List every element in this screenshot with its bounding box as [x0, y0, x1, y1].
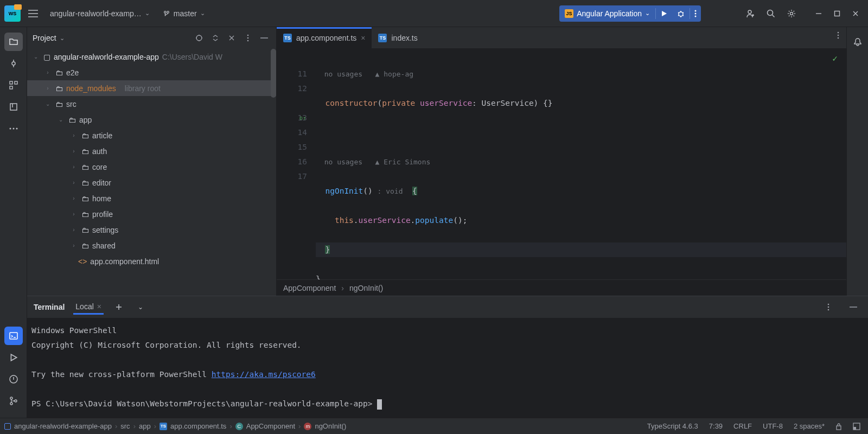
chevron-right-icon: › [69, 164, 78, 170]
tree-item-auth[interactable]: ›🗀auth [27, 143, 276, 159]
collab-button[interactable] [742, 5, 758, 22]
chevron-right-icon: › [69, 227, 78, 233]
tree-item-e2e[interactable]: ›🗀e2e [27, 65, 276, 80]
chevron-down-icon: ⌄ [31, 54, 40, 60]
code-editor[interactable]: ✓ 11 12 13o↑ 14 15 16 17 no usages ▲ hop… [277, 49, 846, 279]
tree-item-editor[interactable]: ›🗀editor [27, 175, 276, 190]
collapse-all-button[interactable] [225, 31, 238, 44]
svg-rect-10 [15, 81, 17, 84]
svg-point-15 [16, 128, 17, 130]
chevron-right-icon: › [69, 211, 78, 217]
problems-tool-button[interactable] [4, 370, 23, 388]
readonly-toggle[interactable] [832, 423, 845, 430]
folder-icon: 🗀 [55, 100, 63, 108]
terminal-panel: Terminal Local × ⌄ Windows PowerShell Co… [27, 296, 868, 418]
branch-selector[interactable]: master ⌄ [158, 7, 209, 20]
chevron-down-icon: ⌄ [56, 117, 65, 123]
close-button[interactable] [847, 5, 864, 22]
more-tools-button[interactable] [4, 119, 23, 138]
editor-options-button[interactable] [830, 27, 846, 43]
breadcrumb-method[interactable]: ngOnInit() [349, 284, 383, 292]
notifications-button[interactable] [848, 33, 867, 51]
inspection-ok-icon[interactable]: ✓ [832, 53, 838, 63]
terminal-tool-button[interactable] [4, 327, 23, 345]
override-gutter-icon[interactable]: o↑ [299, 111, 306, 125]
svg-point-13 [9, 128, 11, 130]
terminal-tab-local[interactable]: Local × [73, 300, 104, 315]
tree-item-profile[interactable]: ›🗀profile [27, 206, 276, 222]
tree-item-article[interactable]: ›🗀article [27, 127, 276, 143]
chevron-right-icon: › [69, 195, 78, 201]
settings-button[interactable] [783, 5, 800, 22]
maximize-button[interactable] [829, 5, 845, 22]
vcs-tool-button[interactable] [4, 392, 23, 410]
folder-icon: 🗀 [55, 68, 63, 77]
line-separator[interactable]: CRLF [730, 422, 755, 430]
terminal-cursor [377, 399, 382, 410]
chevron-right-icon: › [69, 132, 78, 138]
method-icon: m [304, 423, 311, 430]
tree-item-app[interactable]: ⌄🗀app [27, 112, 276, 127]
gutter: 11 12 13o↑ 14 15 16 17 [277, 49, 316, 279]
chevron-down-icon[interactable]: ⌄ [60, 35, 65, 42]
code-content: no usages ▲ hope-ag constructor(private … [316, 49, 846, 279]
tree-item-settings[interactable]: ›🗀settings [27, 222, 276, 238]
file-encoding[interactable]: UTF-8 [760, 422, 786, 430]
typescript-version[interactable]: TypeScript 4.6.3 [644, 422, 701, 430]
indent-config[interactable]: 2 spaces* [790, 422, 828, 430]
panel-options-button[interactable] [241, 31, 254, 44]
svg-point-23 [247, 37, 249, 39]
terminal-dropdown-button[interactable]: ⌄ [134, 299, 147, 315]
debug-button[interactable] [672, 5, 690, 22]
select-opened-file-button[interactable] [193, 31, 206, 44]
tree-scrollbar[interactable] [271, 49, 276, 98]
search-button[interactable] [763, 5, 779, 22]
run-button[interactable] [656, 5, 672, 22]
tree-item-node-modules[interactable]: ›🗀node_modules library root [27, 80, 276, 96]
svg-point-0 [679, 12, 683, 16]
tab-index[interactable]: TS index.ts [372, 27, 424, 48]
folder-icon: 🗀 [68, 116, 76, 124]
svg-rect-7 [835, 11, 840, 16]
tree-root[interactable]: ⌄ ▢ angular-realworld-example-app C:\Use… [27, 49, 276, 65]
run-config-select[interactable]: JS Angular Application ⌄ [559, 5, 655, 22]
svg-point-4 [748, 10, 751, 14]
close-icon[interactable]: × [97, 302, 101, 311]
svg-rect-12 [10, 104, 17, 110]
project-tool-button[interactable] [4, 33, 23, 51]
caret-position[interactable]: 7:39 [706, 422, 726, 430]
svg-point-21 [196, 35, 202, 41]
tree-item-app-component-html[interactable]: <>app.component.html [27, 253, 276, 269]
nav-breadcrumb[interactable]: angular-realworld-example-app› src› app›… [4, 422, 346, 430]
tree-item-core[interactable]: ›🗀core [27, 159, 276, 175]
project-panel-title: Project [33, 34, 56, 42]
bookmarks-tool-button[interactable] [4, 98, 23, 116]
terminal-options-button[interactable] [820, 299, 837, 315]
main-menu-button[interactable] [25, 5, 41, 22]
run-tool-button[interactable] [4, 348, 23, 367]
project-tree[interactable]: ⌄ ▢ angular-realworld-example-app C:\Use… [27, 49, 276, 296]
folder-icon: 🗀 [81, 147, 89, 156]
svg-point-25 [838, 32, 839, 34]
commit-tool-button[interactable] [4, 54, 23, 73]
breadcrumb-class[interactable]: AppComponent [283, 284, 336, 292]
new-terminal-button[interactable] [112, 299, 125, 315]
hide-terminal-button[interactable] [845, 299, 861, 315]
expand-all-button[interactable] [209, 31, 222, 44]
run-more-button[interactable] [690, 5, 701, 22]
tab-app-component[interactable]: TS app.component.ts × [277, 27, 372, 48]
svg-point-19 [10, 403, 12, 405]
close-icon[interactable]: × [361, 34, 365, 42]
project-selector[interactable]: angular-realworld-examp… ⌄ [46, 7, 154, 20]
hide-panel-button[interactable] [258, 31, 271, 44]
structure-tool-button[interactable] [4, 76, 23, 94]
tree-item-src[interactable]: ⌄🗀src [27, 96, 276, 112]
minimize-button[interactable] [810, 5, 827, 22]
tree-item-home[interactable]: ›🗀home [27, 190, 276, 206]
terminal-body[interactable]: Windows PowerShell Copyright (C) Microso… [27, 318, 868, 418]
tree-item-shared[interactable]: ›🗀shared [27, 238, 276, 253]
svg-point-29 [828, 307, 829, 308]
pscore-link[interactable]: https://aka.ms/pscore6 [212, 370, 316, 379]
statusbar-menu[interactable] [850, 423, 864, 430]
folder-icon: 🗀 [81, 178, 89, 187]
